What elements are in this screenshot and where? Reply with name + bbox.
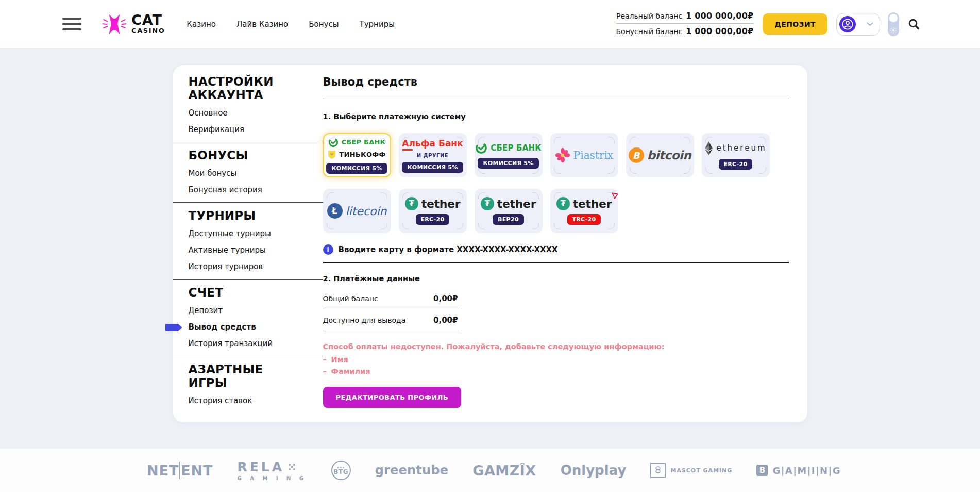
providers-footer: NET ENT RELA G A M I N G ★★★ BTG (0, 449, 980, 492)
tether-row: ₮ tether (556, 197, 612, 210)
network-badge: BEP20 (493, 214, 524, 225)
sidebar-section-title: АЗАРТНЫЕ ИГРЫ (189, 363, 299, 389)
payment-tile-bitcoin[interactable]: B bitcoin (626, 133, 694, 177)
provider-logo-greentube: greentube (375, 463, 448, 478)
sun-icon (890, 27, 897, 34)
account-sidebar: НАСТРОЙКИ АККАУНТА Основное Верификация … (173, 65, 323, 422)
provider-logo-mascot-gaming: MASCOT GAMING (650, 463, 732, 478)
ethereum-row: ethereum (704, 141, 766, 155)
profile-menu[interactable] (836, 13, 880, 36)
relax-dots-icon (289, 464, 295, 470)
nav-live-casino[interactable]: Лайв Казино (236, 20, 288, 29)
mascot-wordmark: MASCOT GAMING (670, 467, 732, 474)
payment-tile-litecoin[interactable]: Ł litecoin (323, 189, 391, 233)
missing-field-first-name: Имя (323, 355, 789, 364)
withdrawal-panel: Вывод средств 1. Выберите платежную сист… (323, 65, 807, 422)
edit-profile-button[interactable]: РЕДАКТИРОВАТЬ ПРОФИЛЬ (323, 387, 462, 408)
sidebar-item-my-bonuses[interactable]: Мои бонусы (189, 169, 314, 178)
cat-logo-icon (102, 13, 127, 35)
nav-bonuses[interactable]: Бонусы (309, 20, 339, 29)
sidebar-item-bonus-history[interactable]: Бонусная история (189, 185, 314, 195)
sberbank-row: СБЕР БАНК (475, 142, 542, 154)
sberbank-label: СБЕР БАНК (491, 143, 542, 153)
netent-part2: ENT (181, 463, 213, 479)
bgaming-rest: G|A|M|I|N|G (772, 465, 841, 476)
provider-logo-relax-gaming: RELA G A M I N G (237, 460, 307, 481)
account-card: НАСТРОЙКИ АККАУНТА Основное Верификация … (173, 65, 807, 422)
missing-fields-list: Имя Фамилия (323, 355, 789, 375)
netent-part1: NET (147, 463, 179, 479)
ethereum-icon (704, 141, 713, 155)
casino-logo[interactable]: CAT CASINO (102, 13, 165, 35)
sidebar-section-account: СЧЕТ Депозит Вывод средств История транз… (173, 279, 323, 356)
payment-tile-tether-bep20[interactable]: ₮ tether BEP20 (475, 189, 543, 233)
missing-field-last-name: Фамилия (323, 367, 789, 375)
page-title: Вывод средств (323, 76, 789, 88)
sidebar-item-tournament-history[interactable]: История турниров (189, 262, 314, 272)
piastrix-row: Piastrix (555, 147, 613, 163)
nav-casino[interactable]: Казино (187, 20, 216, 29)
hamburger-menu-icon[interactable] (62, 18, 81, 31)
deposit-button[interactable]: ДЕПОЗИТ (763, 13, 827, 35)
available-balance-label: Доступно для вывода (323, 316, 406, 324)
sidebar-item-bet-history[interactable]: История ставок (189, 396, 314, 406)
bonus-balance-value: 1 000 000,00₽ (686, 26, 753, 36)
tinkoff-row: ТИНЬКОФФ (328, 150, 385, 159)
sidebar-item-active-tournaments[interactable]: Активные турниры (189, 245, 314, 255)
sberbank-label: СБЕР БАНК (342, 138, 386, 146)
netent-wordmark: NET ENT (147, 462, 213, 479)
total-balance-row: Общий баланс 0,00₽ (323, 294, 458, 309)
tether-coin-icon: ₮ (405, 197, 418, 210)
sidebar-section-title: СЧЕТ (189, 286, 299, 299)
payment-tile-ethereum[interactable]: ethereum ERC-20 (702, 133, 770, 177)
sberbank-icon (475, 142, 487, 154)
total-balance-value: 0,00₽ (433, 294, 458, 303)
payment-tile-sberbank[interactable]: СБЕР БАНК КОМИССИЯ 5% (475, 133, 543, 177)
sidebar-section-title: БОНУСЫ (189, 149, 299, 162)
sidebar-section-gambling: АЗАРТНЫЕ ИГРЫ История ставок (173, 356, 323, 413)
gamzix-wordmark: GAMZÎX (472, 463, 536, 479)
search-button[interactable] (908, 18, 920, 30)
sidebar-section-title: НАСТРОЙКИ АККАУНТА (189, 75, 299, 102)
provider-logo-bgaming: B G|A|M|I|N|G (756, 465, 841, 476)
available-balance-row: Доступно для вывода 0,00₽ (323, 316, 458, 331)
tether-row: ₮ tether (481, 197, 536, 210)
sidebar-item-verification[interactable]: Верификация (189, 125, 314, 135)
payment-tile-alfa-bank[interactable]: Альфа Банк И ДРУГИЕ КОМИССИЯ 5% (399, 133, 467, 177)
sberbank-row: СБЕР БАНК (328, 137, 386, 147)
piastrix-flower-icon (555, 147, 570, 163)
payment-tile-tether-trc20[interactable]: ₮ tether TRC-20 (550, 189, 618, 233)
nav-tournaments[interactable]: Турниры (360, 20, 395, 29)
commission-badge: КОМИССИЯ 5% (478, 158, 538, 169)
mascot-emblem-icon (650, 463, 666, 478)
sidebar-item-available-tournaments[interactable]: Доступные турниры (189, 229, 314, 239)
bgaming-b-box: B (756, 465, 768, 476)
litecoin-coin-icon: Ł (327, 203, 343, 219)
card-format-hint: i Вводите карту в формате XXXX-XXXX-XXXX… (323, 244, 789, 255)
sidebar-item-withdrawal[interactable]: Вывод средств (189, 322, 314, 332)
tether-label: tether (421, 198, 461, 210)
tron-icon (612, 192, 618, 199)
sidebar-item-main[interactable]: Основное (189, 108, 314, 118)
card-format-text: Вводите карту в формате XXXX-XXXX-XXXX-X… (339, 245, 558, 254)
relax-wordmark: RELA G A M I N G (237, 460, 307, 481)
network-badge: ERC-20 (416, 214, 450, 225)
sidebar-item-deposit[interactable]: Депозит (189, 306, 314, 316)
network-badge: TRC-20 (567, 214, 601, 225)
toggle-knob (889, 14, 898, 22)
theme-toggle[interactable] (888, 12, 899, 36)
alfa-bank-sublabel: И ДРУГИЕ (417, 153, 448, 158)
btg-label: BTG (333, 469, 348, 475)
mascot-glyph (653, 466, 663, 475)
payment-tile-piastrix[interactable]: Piastrix (550, 133, 618, 177)
sidebar-item-transaction-history[interactable]: История транзакций (189, 339, 314, 349)
tether-coin-icon: ₮ (556, 197, 570, 210)
netent-line (179, 462, 180, 479)
payment-tile-sber-tinkoff[interactable]: СБЕР БАНК ТИНЬКОФФ КОМИССИЯ 5% (323, 133, 391, 177)
tether-label: tether (497, 198, 536, 210)
payment-tile-tether-erc20[interactable]: ₮ tether ERC-20 (399, 189, 467, 233)
sidebar-section-tournaments: ТУРНИРЫ Доступные турниры Активные турни… (173, 202, 323, 279)
main-nav: Казино Лайв Казино Бонусы Турниры (187, 20, 395, 29)
provider-logo-netent: NET ENT (147, 462, 213, 479)
litecoin-row: Ł litecoin (327, 203, 387, 219)
